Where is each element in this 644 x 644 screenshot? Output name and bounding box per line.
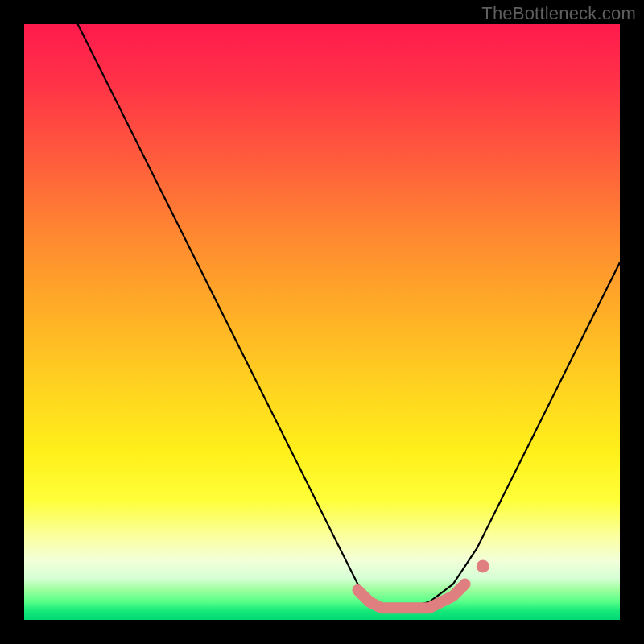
chart-svg <box>24 24 620 620</box>
black-curve <box>78 24 620 608</box>
watermark-text: TheBottleneck.com <box>481 3 636 24</box>
pink-dot <box>477 559 489 572</box>
plot-area <box>24 24 620 620</box>
chart-frame: TheBottleneck.com <box>0 0 644 644</box>
